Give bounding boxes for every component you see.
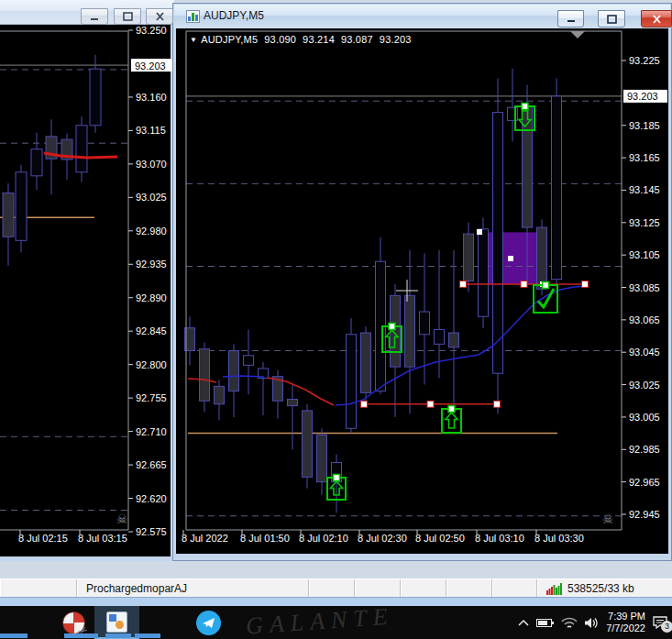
close-icon — [155, 12, 165, 21]
ma-line — [223, 376, 264, 377]
minimize-icon — [567, 15, 576, 23]
ohlc-close: 93.203 — [380, 34, 412, 45]
trendline-handle[interactable] — [521, 281, 527, 287]
candle-body-bull — [76, 126, 87, 172]
decorations: ☠ — [116, 512, 128, 526]
price-axis-label: 93.065 — [629, 314, 660, 325]
ea-skull-icon: ☠ — [116, 512, 128, 526]
trendline-handle[interactable] — [460, 281, 467, 287]
window-title: AUDJPY,M5 — [204, 9, 264, 22]
price-axis-label: 92.985 — [629, 444, 660, 455]
candle-body-bull — [244, 356, 254, 366]
time-axis-label: 8 Jul 02:50 — [415, 533, 465, 544]
price-axis[interactable]: 93.22593.18593.16593.14593.12593.10593.0… — [622, 55, 667, 520]
time-axis-label: 8 Jul 03:30 — [534, 533, 584, 544]
price-axis-label: 93.070 — [136, 159, 167, 170]
taskbar: GALANTE ✂ — [0, 606, 672, 639]
plot-frame — [0, 31, 128, 530]
trendline-handle[interactable] — [361, 401, 368, 407]
action-center-icon[interactable]: 3 — [652, 615, 668, 630]
left-chart-canvas[interactable]: 93.25093.16093.11593.07093.02592.98092.9… — [0, 25, 174, 559]
candle-body-bear — [537, 227, 547, 289]
signal-box-handle[interactable] — [334, 475, 340, 481]
price-axis-label: 93.165 — [629, 152, 660, 163]
price-axis-label: 93.025 — [136, 192, 167, 203]
zone-handle[interactable] — [508, 256, 513, 261]
left-restore-button[interactable] — [114, 8, 141, 25]
account-name: ProchargedmoparAJ — [86, 582, 187, 595]
candle-body-bear — [215, 386, 225, 403]
price-axis-label: 93.160 — [136, 92, 167, 103]
signal-box-handle[interactable] — [543, 282, 549, 289]
main-chart-canvas[interactable]: 93.22593.18593.16593.14593.12593.10593.0… — [176, 28, 668, 554]
trendline-handle[interactable] — [494, 401, 501, 407]
price-axis-label: 93.185 — [629, 120, 660, 131]
status-cell-empty — [492, 579, 537, 597]
time-axis-label: 8 Jul 02:10 — [299, 533, 348, 544]
price-axis-label: 92.620 — [136, 493, 167, 504]
price-axis-label: 92.980 — [136, 226, 167, 237]
price-axis-label: 92.575 — [136, 526, 167, 537]
price-axis-label: 93.125 — [629, 217, 660, 228]
candle-body-bear — [317, 435, 327, 481]
trendline-handle[interactable] — [582, 281, 589, 287]
current-price-label: 93.203 — [135, 61, 166, 72]
ohlc-header: ▼AUDJPY,M593.09093.21493.08793.203 — [190, 34, 418, 45]
time-axis[interactable]: 8 Jul 02:158 Jul 03:15 — [18, 530, 127, 544]
taskbar-clock[interactable]: 7:39 PM 7/7/2022 — [606, 611, 645, 634]
restore-button[interactable] — [598, 10, 625, 28]
price-axis-label: 92.710 — [136, 426, 167, 437]
price-axis-label: 92.800 — [136, 359, 167, 370]
open-app-indicator — [0, 633, 28, 638]
scroll-marker-icon[interactable] — [570, 31, 585, 39]
notification-badge: 3 — [661, 621, 672, 633]
price-axis-label: 93.085 — [629, 282, 660, 293]
time-axis-label: 8 Jul 03:10 — [475, 533, 524, 544]
left-minimize-button[interactable] — [81, 8, 108, 25]
battery-icon[interactable] — [536, 617, 555, 628]
status-account-cell: ProchargedmoparAJ — [77, 579, 309, 597]
telegram-taskbar-button[interactable] — [192, 606, 225, 639]
ohlc-symbol: AUDJPY,M5 — [201, 34, 258, 45]
price-axis-label: 92.965 — [629, 477, 660, 488]
system-tray: 7:39 PM 7/7/2022 3 — [517, 606, 668, 639]
ohlc-high: 93.214 — [303, 34, 335, 45]
price-axis-label: 93.025 — [629, 380, 660, 391]
trading-app-icon — [106, 611, 127, 633]
price-axis-label: 92.665 — [136, 459, 167, 470]
clock-time: 7:39 PM — [606, 611, 645, 622]
zone-handle[interactable] — [477, 229, 482, 235]
signal-box-handle[interactable] — [448, 406, 455, 413]
trendline-handle[interactable] — [427, 401, 434, 407]
time-axis-label: 8 Jul 01:50 — [240, 533, 290, 544]
time-axis-label: 8 Jul 03:15 — [78, 533, 127, 544]
close-button[interactable] — [641, 10, 672, 28]
status-cell-empty — [355, 579, 401, 597]
clock-date: 7/7/2022 — [606, 622, 645, 634]
price-axis-label: 93.115 — [136, 125, 166, 136]
candle-body-bull — [347, 335, 357, 429]
price-axis[interactable]: 93.25093.16093.11593.07093.02592.98092.9… — [128, 25, 172, 537]
restore-icon — [607, 15, 617, 24]
price-axis-label: 92.755 — [136, 392, 167, 403]
price-axis-label: 93.145 — [629, 184, 660, 195]
signal-box-handle[interactable] — [389, 324, 395, 330]
price-axis-label: 92.945 — [629, 509, 660, 520]
status-cell-empty — [401, 579, 446, 597]
symbol-dropdown-icon[interactable]: ▼ — [190, 36, 197, 44]
time-axis-label: 8 Jul 02:30 — [358, 533, 407, 544]
price-axis-label: 92.935 — [136, 259, 167, 270]
signal-box-handle[interactable] — [522, 104, 528, 110]
chart-window-icon — [186, 10, 200, 23]
wifi-icon[interactable] — [561, 617, 578, 629]
price-axis-label: 93.225 — [629, 55, 660, 66]
traffic-counter: 538525/33 kb — [567, 582, 634, 595]
ma-line — [336, 286, 588, 405]
status-traffic-cell: 538525/33 kb — [537, 579, 672, 597]
minimize-button[interactable] — [557, 10, 584, 28]
speaker-icon[interactable] — [584, 617, 600, 629]
price-axis-label: 93.045 — [629, 347, 660, 358]
time-axis[interactable]: 8 Jul 20228 Jul 01:508 Jul 02:108 Jul 02… — [182, 530, 584, 544]
tray-chevron-icon[interactable] — [517, 618, 530, 627]
left-close-button[interactable] — [146, 8, 173, 25]
